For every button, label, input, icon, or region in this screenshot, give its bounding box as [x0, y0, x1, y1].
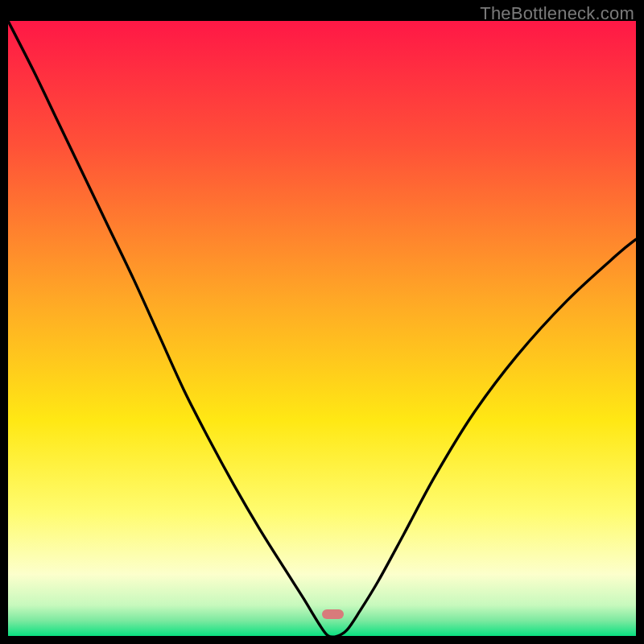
- optimal-marker: [322, 609, 344, 619]
- chart-frame: [8, 21, 636, 636]
- bottleneck-chart: [8, 21, 636, 636]
